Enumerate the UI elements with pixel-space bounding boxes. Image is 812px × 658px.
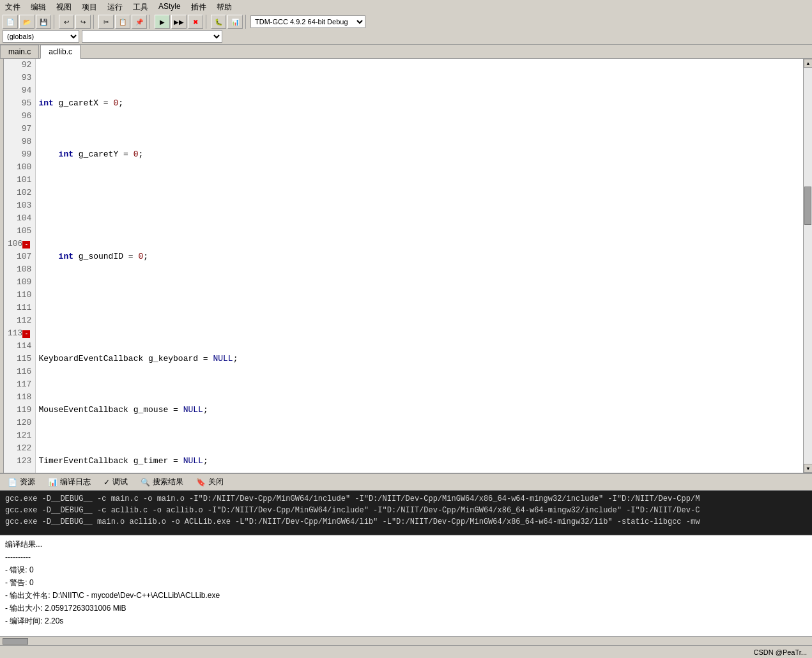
build-output: gcc.exe -D__DEBUG__ -c main.c -o main.o … <box>0 491 812 535</box>
bottom-tab-build-log[interactable]: 📊 编译日志 <box>43 475 96 489</box>
menu-project[interactable]: 项目 <box>79 1 100 13</box>
build-button[interactable]: ▶ <box>155 15 170 29</box>
compiler-dropdown[interactable]: TDM-GCC 4.9.2 64-bit Debug <box>250 15 365 28</box>
save-button[interactable]: 💾 <box>36 15 51 29</box>
separator5 <box>245 15 248 29</box>
scroll-down-button[interactable]: ▼ <box>804 464 812 473</box>
menu-astyle[interactable]: AStyle <box>156 1 183 13</box>
resources-label: 资源 <box>20 477 35 487</box>
separator2 <box>93 15 96 29</box>
menu-edit[interactable]: 编辑 <box>28 1 49 13</box>
menu-tools[interactable]: 工具 <box>130 1 151 13</box>
code-line-96 <box>38 302 801 314</box>
menu-view[interactable]: 视图 <box>54 1 74 13</box>
menubar: 文件 编辑 视图 项目 运行 工具 AStyle 插件 帮助 <box>3 1 809 13</box>
build-results: 编译结果... ---------- - 错误: 0 - 警告: 0 - 输出文… <box>0 535 812 636</box>
horizontal-scrollbar[interactable] <box>0 636 812 645</box>
bottom-tab-close[interactable]: 🔖 关闭 <box>191 475 229 489</box>
menu-file[interactable]: 文件 <box>3 1 23 13</box>
result-compiling: 编译结果... <box>5 538 807 551</box>
toolbar: 文件 编辑 视图 项目 运行 工具 AStyle 插件 帮助 📄 📂 💾 ↩ ↪… <box>0 0 812 45</box>
bottom-tab-bar: 📄 资源 📊 编译日志 ✓ 调试 🔍 搜索结果 🔖 关闭 <box>0 474 812 491</box>
editor-wrapper: 92 93 94 95 96 97 98 99 100 101 102 103 … <box>0 59 812 473</box>
fold-marker-106[interactable]: - <box>22 241 30 249</box>
stop-button[interactable]: ✖ <box>188 15 203 29</box>
fold-marker-113[interactable]: - <box>22 330 30 338</box>
profile-button[interactable]: 📊 <box>227 15 243 29</box>
separator1 <box>54 15 56 29</box>
code-line-98: MouseEventCallback g_mouse = NULL; <box>38 404 801 417</box>
search-icon: 🔍 <box>141 478 150 487</box>
code-line-92: int g_caretX = 0; <box>38 97 801 110</box>
code-content[interactable]: int g_caretX = 0; int g_caretY = 0; int … <box>36 59 803 473</box>
result-warnings: - 警告: 0 <box>5 576 807 589</box>
debug-button[interactable]: 🐛 <box>211 15 226 29</box>
open-button[interactable]: 📂 <box>19 15 34 29</box>
scroll-track[interactable] <box>804 68 812 464</box>
debug-label: 调试 <box>112 477 128 487</box>
status-bar: CSDN @PeaTr... <box>0 645 812 658</box>
status-text: CSDN @PeaTr... <box>754 648 808 656</box>
toolbar-buttons: 📄 📂 💾 ↩ ↪ ✂ 📋 📌 ▶ ▶▶ ✖ 🐛 📊 TDM-GCC 4.9.2… <box>3 15 809 29</box>
paste-button[interactable]: 📌 <box>132 15 147 29</box>
bottom-content: gcc.exe -D__DEBUG__ -c main.c -o main.o … <box>0 491 812 636</box>
result-errors: - 错误: 0 <box>5 563 807 576</box>
result-output-size: - 输出大小: 2.05917263031006 MiB <box>5 602 807 615</box>
bottom-tab-search[interactable]: 🔍 搜索结果 <box>135 475 188 489</box>
editor-container: 92 93 94 95 96 97 98 99 100 101 102 103 … <box>4 59 812 473</box>
build-cmd-2: gcc.exe -D__DEBUG__ -c acllib.c -o aclli… <box>5 505 807 516</box>
code-line-93: int g_caretY = 0; <box>38 148 801 161</box>
scroll-up-button[interactable]: ▲ <box>804 59 812 68</box>
tab-acllib[interactable]: acllib.c <box>40 45 80 59</box>
run-button[interactable]: ▶▶ <box>171 15 187 29</box>
build-log-label: 编译日志 <box>60 477 91 487</box>
globals-dropdown[interactable]: (globals) <box>3 30 79 43</box>
tab-bar: main.c acllib.c <box>0 45 812 59</box>
copy-button[interactable]: 📋 <box>115 15 130 29</box>
debug-icon: ✓ <box>103 478 110 487</box>
line-numbers: 92 93 94 95 96 97 98 99 100 101 102 103 … <box>4 59 36 473</box>
code-line-99: TimerEventCallback g_timer = NULL; <box>38 455 801 468</box>
bottom-tab-debug[interactable]: ✓ 调试 <box>98 475 133 489</box>
code-line-94 <box>38 199 801 212</box>
undo-button[interactable]: ↩ <box>59 15 74 29</box>
search-label: 搜索结果 <box>153 477 183 487</box>
result-output-file: - 输出文件名: D:\NIIT\C - mycode\Dev-C++\ACLL… <box>5 589 807 602</box>
build-cmd-1: gcc.exe -D__DEBUG__ -c main.c -o main.o … <box>5 493 807 505</box>
menu-help[interactable]: 帮助 <box>214 1 234 13</box>
close-panel-icon: 🔖 <box>196 478 206 487</box>
redo-button[interactable]: ↪ <box>75 15 91 29</box>
code-line-95: int g_soundID = 0; <box>38 250 801 263</box>
result-separator: ---------- <box>5 551 807 563</box>
separator3 <box>149 15 152 29</box>
build-cmd-3: gcc.exe -D__DEBUG__ main.o acllib.o -o A… <box>5 516 807 528</box>
h-scroll-thumb[interactable] <box>3 638 28 645</box>
result-compile-time: - 编译时间: 2.20s <box>5 615 807 627</box>
menu-plugins[interactable]: 插件 <box>188 1 209 13</box>
toolbar-row2: (globals) <box>3 30 809 43</box>
cut-button[interactable]: ✂ <box>98 15 114 29</box>
tab-main[interactable]: main.c <box>0 45 39 58</box>
code-line-97: KeyboardEventCallback g_keyboard = NULL; <box>38 353 801 365</box>
right-scrollbar: ▲ ▼ <box>803 59 812 473</box>
code-area: 92 93 94 95 96 97 98 99 100 101 102 103 … <box>4 59 812 473</box>
build-log-icon: 📊 <box>48 478 57 487</box>
bottom-panel: 📄 资源 📊 编译日志 ✓ 调试 🔍 搜索结果 🔖 关闭 gcc.exe -D_… <box>0 473 812 645</box>
separator4 <box>206 15 208 29</box>
menu-run[interactable]: 运行 <box>105 1 125 13</box>
close-panel-label: 关闭 <box>208 477 224 487</box>
new-button[interactable]: 📄 <box>3 15 18 29</box>
scroll-thumb[interactable] <box>804 187 811 225</box>
resources-icon: 📄 <box>8 478 17 487</box>
function-dropdown[interactable] <box>82 30 222 43</box>
bottom-tab-resources[interactable]: 📄 资源 <box>3 475 40 489</box>
